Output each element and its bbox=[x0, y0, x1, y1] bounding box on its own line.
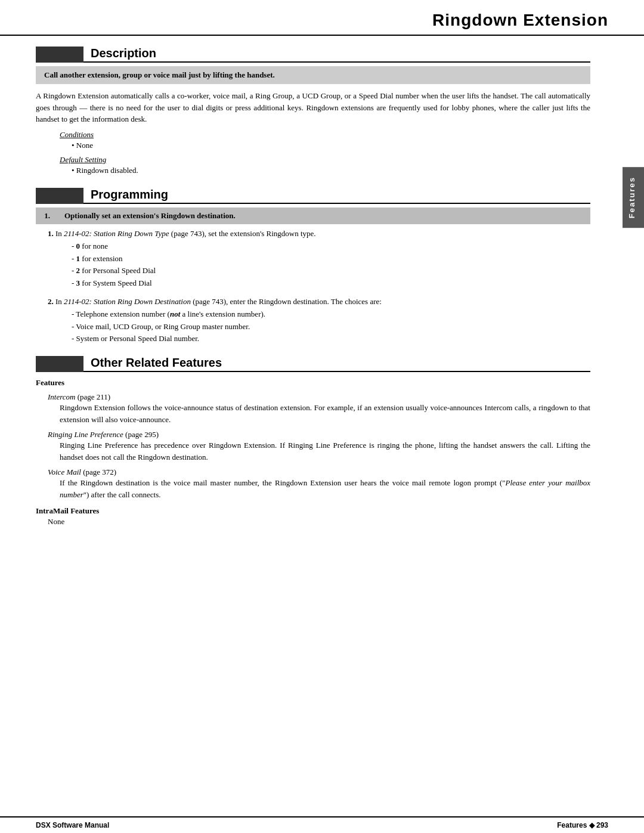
conditions-item: • None bbox=[72, 140, 590, 152]
sub-step-2: 2. In 2114-02: Station Ring Down Destina… bbox=[48, 296, 590, 308]
page-title: Ringdown Extension bbox=[432, 11, 608, 29]
footer-right: Features ◆ 293 bbox=[557, 821, 608, 829]
programming-title: Programming bbox=[91, 188, 168, 202]
intramail-item: None bbox=[48, 517, 590, 527]
feature-desc-voicemail: If the Ringdown destination is the voice… bbox=[60, 477, 590, 500]
ref-italic-2: 2114-02: Station Ring Down Destination bbox=[64, 297, 191, 306]
programming-title-area: Programming bbox=[83, 188, 590, 204]
sub-step-num-2: 2. bbox=[48, 297, 54, 306]
sub-item-2: - 2 for Personal Speed Dial bbox=[72, 265, 590, 277]
feature-title-intercom: Intercom (page 211) bbox=[48, 392, 590, 402]
other-title: Other Related Features bbox=[91, 356, 222, 370]
page-wrapper: Ringdown Extension Features Description … bbox=[0, 0, 644, 833]
dest-item-1: - Voice mail, UCD Group, or Ring Group m… bbox=[72, 321, 590, 333]
other-heading-row: Other Related Features bbox=[36, 356, 590, 372]
sub-item-0: - 0 for none bbox=[72, 240, 590, 253]
step-title: Optionally set an extension's Ringdown d… bbox=[64, 211, 236, 220]
feature-desc-intercom: Ringdown Extension follows the voice-ann… bbox=[60, 402, 590, 425]
sub-item-1: - 1 for extension bbox=[72, 253, 590, 265]
footer-left: DSX Software Manual bbox=[36, 821, 109, 829]
programming-table: 1. Optionally set an extension's Ringdow… bbox=[36, 208, 590, 224]
other-accent-bar bbox=[36, 356, 83, 372]
ref-italic-1: 2114-02: Station Ring Down Type bbox=[64, 229, 169, 238]
feature-desc-rlp: Ringing Line Preference has precedence o… bbox=[60, 439, 590, 463]
sub-item-3: - 3 for System Speed Dial bbox=[72, 277, 590, 290]
main-content: Description Call another extension, grou… bbox=[0, 47, 644, 527]
feature-italic-voicemail: Voice Mail bbox=[48, 467, 81, 476]
step-num: 1. bbox=[36, 208, 58, 224]
feature-entry-intercom: Intercom (page 211) Ringdown Extension f… bbox=[36, 392, 590, 425]
programming-heading-row: Programming bbox=[36, 188, 590, 204]
sub-step-num-1: 1. bbox=[48, 229, 54, 238]
feature-entry-voicemail: Voice Mail (page 372) If the Ringdown de… bbox=[36, 467, 590, 500]
page-header: Ringdown Extension bbox=[0, 0, 644, 36]
description-body: A Ringdown Extension automatically calls… bbox=[36, 90, 590, 125]
side-tab: Features bbox=[623, 167, 644, 228]
other-title-area: Other Related Features bbox=[83, 356, 590, 372]
feature-page-intercom: (page 211) bbox=[78, 392, 110, 401]
programming-accent-bar bbox=[36, 188, 83, 204]
dest-item-0: - Telephone extension number (not a line… bbox=[72, 308, 590, 321]
feature-page-voicemail: (page 372) bbox=[83, 467, 116, 476]
description-highlight: Call another extension, group or voice m… bbox=[36, 66, 590, 84]
prog-step-row: 1. Optionally set an extension's Ringdow… bbox=[36, 208, 590, 224]
description-title: Description bbox=[91, 47, 156, 60]
feature-entry-rlp: Ringing Line Preference (page 295) Ringi… bbox=[36, 430, 590, 463]
highlight-text: Call another extension, group or voice m… bbox=[44, 70, 275, 79]
step-desc: Optionally set an extension's Ringdown d… bbox=[58, 208, 590, 224]
feature-page-rlp: (page 295) bbox=[125, 430, 159, 439]
page-footer: DSX Software Manual Features ◆ 293 bbox=[0, 816, 644, 833]
default-item: • Ringdown disabled. bbox=[72, 165, 590, 177]
features-subhead: Features bbox=[36, 378, 590, 388]
dest-item-2: - System or Personal Speed Dial number. bbox=[72, 333, 590, 345]
intramail-label: IntraMail Features bbox=[36, 506, 590, 516]
feature-italic-rlp: Ringing Line Preference bbox=[48, 430, 123, 439]
feature-italic-intercom: Intercom bbox=[48, 392, 75, 401]
intramail-section: IntraMail Features None bbox=[36, 506, 590, 527]
description-accent-bar bbox=[36, 47, 83, 63]
sub-step-1: 1. In 2114-02: Station Ring Down Type (p… bbox=[48, 228, 590, 240]
conditions-label: Conditions bbox=[60, 130, 590, 140]
quote-italic: Please enter your mailbox number bbox=[60, 478, 590, 499]
description-heading-row: Description bbox=[36, 47, 590, 63]
feature-title-voicemail: Voice Mail (page 372) bbox=[48, 467, 590, 477]
side-tab-label: Features bbox=[627, 176, 636, 218]
feature-title-rlp: Ringing Line Preference (page 295) bbox=[48, 430, 590, 439]
description-title-area: Description bbox=[83, 47, 590, 63]
default-label: Default Setting bbox=[60, 155, 590, 165]
